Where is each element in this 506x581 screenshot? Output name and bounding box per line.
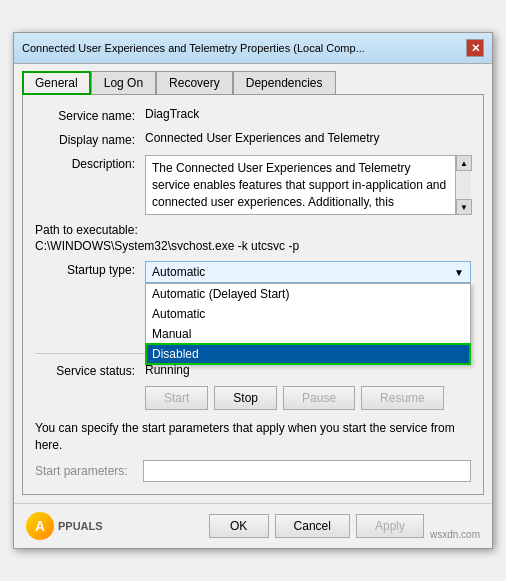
display-name-row: Display name: Connected User Experiences… (35, 131, 471, 147)
description-scrollbar[interactable]: ▲ ▼ (455, 155, 471, 215)
cancel-button[interactable]: Cancel (275, 514, 350, 538)
tab-content: Service name: DiagTrack Display name: Co… (22, 94, 484, 495)
scroll-down-btn[interactable]: ▼ (456, 199, 472, 215)
startup-dropdown-btn[interactable]: Automatic ▼ (145, 261, 471, 283)
display-name-value: Connected User Experiences and Telemetry (145, 131, 471, 145)
description-label: Description: (35, 155, 145, 171)
path-value: C:\WINDOWS\System32\svchost.exe -k utcsv… (35, 239, 471, 253)
status-label: Service status: (35, 362, 145, 378)
description-text: The Connected User Experiences and Telem… (152, 161, 446, 209)
stop-button[interactable]: Stop (214, 386, 277, 410)
params-label: Start parameters: (35, 464, 135, 478)
close-button[interactable]: ✕ (466, 39, 484, 57)
dropdown-arrow-icon: ▼ (454, 267, 464, 278)
path-label: Path to executable: (35, 223, 471, 237)
service-name-value: DiagTrack (145, 107, 471, 121)
dialog-window: Connected User Experiences and Telemetry… (13, 32, 493, 549)
tab-logon[interactable]: Log On (91, 71, 156, 95)
description-box-wrap: The Connected User Experiences and Telem… (145, 155, 471, 215)
status-value: Running (145, 363, 471, 377)
startup-label: Startup type: (35, 261, 145, 277)
tab-general[interactable]: General (22, 71, 91, 95)
scroll-track (456, 171, 471, 199)
params-row: Start parameters: (35, 460, 471, 482)
pause-button[interactable]: Pause (283, 386, 355, 410)
params-description: You can specify the start parameters tha… (35, 420, 471, 454)
dropdown-item-manual[interactable]: Manual (146, 324, 470, 344)
service-control-buttons: Start Stop Pause Resume (145, 386, 471, 410)
app-logo: A PPUALS (26, 512, 103, 540)
window-title: Connected User Experiences and Telemetry… (22, 42, 466, 54)
description-row: Description: The Connected User Experien… (35, 155, 471, 215)
tab-dependencies[interactable]: Dependencies (233, 71, 336, 95)
title-bar: Connected User Experiences and Telemetry… (14, 33, 492, 64)
startup-row: Startup type: Automatic ▼ Automatic (Del… (35, 261, 471, 283)
service-name-label: Service name: (35, 107, 145, 123)
tab-recovery[interactable]: Recovery (156, 71, 233, 95)
watermark-text: wsxdn.com (430, 529, 480, 540)
bottom-bar: A PPUALS OK Cancel Apply wsxdn.com (14, 503, 492, 548)
scroll-up-btn[interactable]: ▲ (456, 155, 472, 171)
dropdown-item-disabled[interactable]: Disabled (146, 344, 470, 364)
startup-dropdown-container: Automatic ▼ Automatic (Delayed Start) Au… (145, 261, 471, 283)
path-section: Path to executable: C:\WINDOWS\System32\… (35, 223, 471, 253)
dropdown-item-automatic[interactable]: Automatic (146, 304, 470, 324)
display-name-label: Display name: (35, 131, 145, 147)
resume-button[interactable]: Resume (361, 386, 444, 410)
logo-text: PPUALS (58, 520, 103, 532)
ok-button[interactable]: OK (209, 514, 269, 538)
apply-button[interactable]: Apply (356, 514, 424, 538)
tab-bar: General Log On Recovery Dependencies (14, 64, 492, 94)
start-button[interactable]: Start (145, 386, 208, 410)
params-input[interactable] (143, 460, 471, 482)
logo-icon: A (26, 512, 54, 540)
params-section: You can specify the start parameters tha… (35, 420, 471, 482)
service-name-row: Service name: DiagTrack (35, 107, 471, 123)
description-box: The Connected User Experiences and Telem… (145, 155, 471, 215)
dropdown-item-delayed[interactable]: Automatic (Delayed Start) (146, 284, 470, 304)
startup-dropdown-list: Automatic (Delayed Start) Automatic Manu… (145, 283, 471, 365)
startup-selected-value: Automatic (152, 265, 205, 279)
